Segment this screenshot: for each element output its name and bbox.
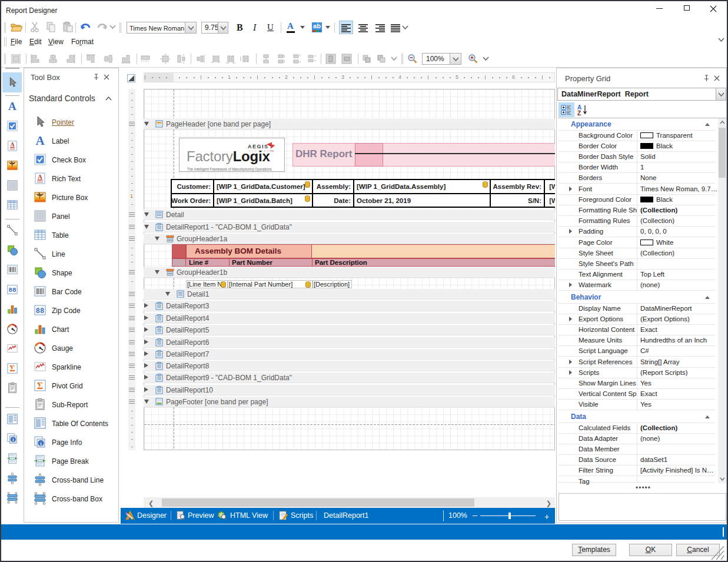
svg-text:88: 88 — [8, 287, 16, 294]
svg-text:Σ: Σ — [9, 364, 15, 373]
svg-text:A: A — [35, 134, 45, 147]
svg-text:88: 88 — [36, 307, 44, 315]
svg-text:A: A — [8, 101, 16, 112]
svg-text:A: A — [38, 173, 42, 180]
svg-text:Z: Z — [577, 110, 581, 116]
svg-text:Σ: Σ — [37, 381, 43, 391]
svg-text:A: A — [10, 141, 15, 147]
